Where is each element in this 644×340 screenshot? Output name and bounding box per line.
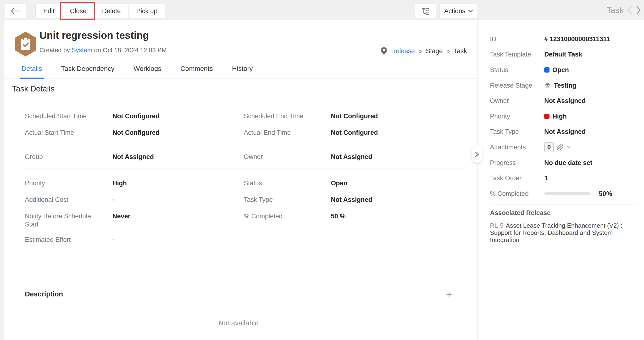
created-prefix: Created by	[40, 47, 70, 54]
tab-worklogs[interactable]: Worklogs	[134, 59, 161, 78]
associated-release-title: Associated Release	[490, 209, 637, 217]
attachment-count-badge: 0	[544, 142, 554, 152]
sidebar-label: % Completed	[490, 190, 544, 198]
sidebar-value: No due date set	[544, 159, 592, 167]
layers-stage-icon	[544, 82, 551, 89]
sidebar-value: Default Task	[544, 51, 582, 58]
sidebar-row-task-type: Task Type Not Assigned	[490, 124, 637, 140]
arrow-left-icon	[11, 8, 20, 15]
priority-text: High	[552, 113, 567, 120]
status-color-swatch	[544, 67, 550, 73]
sidebar-value: 1	[544, 175, 548, 182]
task-pager: Task	[607, 0, 641, 20]
sidebar-value: 0	[544, 142, 570, 152]
breadcrumb-stage[interactable]: Stage	[426, 47, 443, 55]
section-title: Task Details	[12, 84, 54, 93]
actions-menu-button[interactable]: Actions	[440, 4, 478, 19]
field-label: Scheduled End Time	[244, 112, 318, 120]
sidebar-value[interactable]: High	[544, 113, 567, 120]
field-value: Not Configured	[331, 112, 464, 120]
sidebar-row-release-stage: Release Stage Testing	[490, 78, 637, 93]
sidebar-label: Priority	[490, 113, 544, 120]
sidebar-label: Release Stage	[490, 82, 544, 89]
field-value: High	[112, 179, 244, 187]
breadcrumb-separator: »	[447, 48, 450, 55]
breadcrumb-task[interactable]: Task	[454, 47, 467, 55]
field-row: Scheduled Start Time Not Configured Sche…	[25, 111, 464, 127]
tab-history[interactable]: History	[232, 59, 253, 78]
associated-release-item[interactable]: RL-5Asset Lease Tracking Enhancement (V2…	[490, 222, 637, 243]
sidebar-row-progress: Progress No due date set	[490, 155, 637, 171]
field-label: Actual End Time	[244, 129, 318, 137]
field-value: Not Configured	[112, 129, 244, 137]
field-label: % Completed	[244, 212, 318, 220]
pager-title: Task	[607, 6, 624, 15]
field-row: Estimated Effort -	[25, 235, 464, 251]
hierarchy-view-button[interactable]	[415, 4, 436, 19]
sidebar-value: # 12310000000311311	[544, 36, 610, 43]
release-stage-text: Testing	[554, 82, 576, 89]
attachments-chevron-down-icon[interactable]	[567, 146, 570, 149]
tab-bar: Details Task Dependency Worklogs Comment…	[4, 59, 477, 79]
task-detail-panel: Unit regression testing Created by Syste…	[4, 20, 477, 340]
field-label: Actual Start Time	[25, 129, 99, 137]
field-label: Owner	[244, 153, 318, 161]
sidebar-label: Progress	[490, 159, 544, 167]
task-action-buttons: Edit Close Delete Pick up	[36, 4, 165, 19]
page: Edit Close Delete Pick up Actions Task	[0, 0, 644, 340]
sidebar-row-attachments: Attachments 0	[490, 140, 637, 155]
sidebar-row-priority: Priority High	[490, 109, 637, 124]
next-task-button[interactable]	[636, 6, 641, 14]
tab-details[interactable]: Details	[22, 59, 42, 78]
back-button[interactable]	[5, 4, 26, 19]
breadcrumb: Release » Stage » Task	[380, 47, 467, 55]
task-type-icon	[14, 31, 37, 57]
status-text: Open	[552, 66, 569, 74]
sidebar-label: Task Template	[490, 51, 544, 58]
release-name: Asset Lease Tracking Enhancement (V2) : …	[490, 222, 622, 243]
sidebar-row-id: ID # 12310000000311311	[490, 31, 637, 47]
sidebar-value: 50%	[544, 190, 612, 198]
field-row: Group Not Assigned Owner Not Assigned	[25, 153, 464, 161]
field-value: Not Configured	[331, 129, 464, 137]
top-toolbar: Edit Close Delete Pick up Actions Task	[0, 0, 644, 20]
field-value: Never	[112, 212, 244, 220]
breadcrumb-separator: »	[419, 48, 422, 55]
edit-button[interactable]: Edit	[36, 4, 62, 19]
task-properties-sidebar: ID # 12310000000311311 Task Template Def…	[477, 20, 644, 340]
field-label: Additional Cost	[25, 196, 99, 204]
field-label: Task Type	[244, 196, 318, 204]
previous-task-button[interactable]	[628, 6, 632, 14]
close-button[interactable]: Close	[62, 4, 94, 19]
sidebar-value: Not Assigned	[544, 128, 586, 136]
actions-label: Actions	[444, 8, 466, 15]
field-row: Actual Start Time Not Configured Actual …	[25, 127, 464, 144]
sidebar-row-status: Status Open	[490, 62, 637, 78]
field-label: Group	[25, 153, 99, 161]
chevron-down-icon	[468, 10, 473, 13]
double-chevron-right-icon	[474, 151, 480, 158]
sidebar-row-owner: Owner Not Assigned	[490, 93, 637, 109]
divider	[490, 204, 637, 204]
dotted-divider	[25, 305, 452, 305]
release-id: RL-5	[490, 222, 503, 229]
field-value: Not Assigned	[112, 153, 244, 161]
completion-percent-text: 50%	[599, 190, 612, 198]
tab-comments[interactable]: Comments	[180, 59, 213, 78]
delete-button[interactable]: Delete	[94, 4, 129, 19]
field-label: Estimated Effort	[25, 236, 99, 244]
map-pin-icon	[380, 47, 387, 55]
created-by-user-link[interactable]: System	[72, 47, 92, 54]
sidebar-row-percent-completed: % Completed 50%	[490, 186, 637, 202]
pickup-button[interactable]: Pick up	[128, 4, 166, 19]
divider	[25, 251, 464, 251]
paperclip-icon[interactable]	[557, 144, 564, 151]
add-description-button[interactable]: +	[446, 291, 452, 298]
field-label: Scheduled Start Time	[25, 112, 99, 120]
sidebar-value[interactable]: Open	[544, 66, 569, 74]
sidebar-collapse-button[interactable]	[472, 146, 482, 163]
tab-task-dependency[interactable]: Task Dependency	[61, 59, 114, 78]
sidebar-value: Not Assigned	[544, 97, 586, 105]
breadcrumb-release-link[interactable]: Release	[391, 47, 415, 55]
completion-progress-bar[interactable]	[544, 192, 590, 195]
